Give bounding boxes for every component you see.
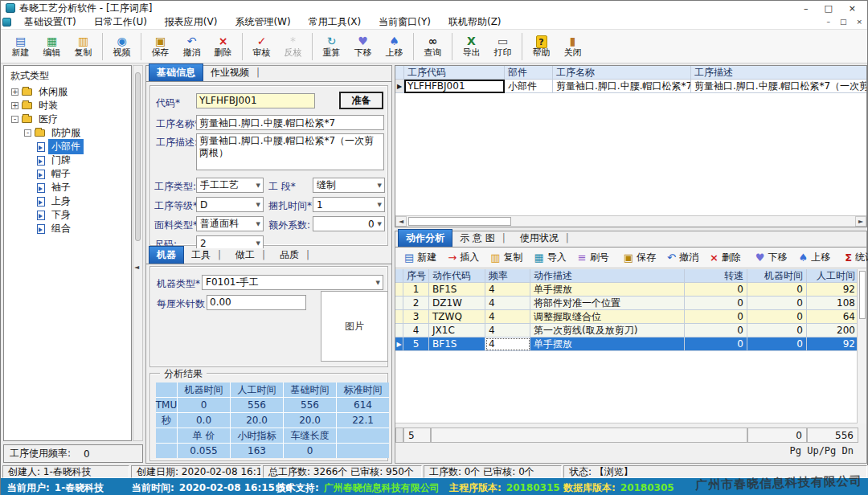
action-cell[interactable]: 4 xyxy=(403,324,429,338)
toolbar-button-del[interactable]: ×删除 xyxy=(207,31,239,62)
action-cell[interactable]: 4 xyxy=(485,324,530,338)
tab-1[interactable]: 作业视频 xyxy=(203,64,267,81)
action-table-row[interactable]: 2DZ1W4将部件对准一个位置00108 xyxy=(395,297,858,310)
toolbar-button-down[interactable]: ♥下移 xyxy=(347,31,379,62)
tree-expander-icon[interactable]: - xyxy=(24,129,31,137)
form-select-4[interactable]: 普通面料▼ xyxy=(196,216,264,231)
horizontal-scrollbar[interactable]: ◄ ► xyxy=(395,215,866,227)
action-cell[interactable]: 0 xyxy=(685,310,747,324)
tree-item[interactable]: -防护服 xyxy=(4,126,131,140)
action-cell[interactable]: JX1C xyxy=(429,324,485,338)
tab-0[interactable]: 机器 xyxy=(149,246,184,264)
mdi-close-icon[interactable]: × xyxy=(856,18,862,26)
form-select-2[interactable]: D▼ xyxy=(196,197,264,212)
scroll-left-icon[interactable]: ◄ xyxy=(395,216,407,227)
toolbar-button-help[interactable]: ?帮助 xyxy=(526,31,557,62)
tab-3[interactable]: 品质 xyxy=(272,247,317,264)
form-select-1[interactable]: 缝制▼ xyxy=(313,178,385,193)
action-cell[interactable]: 3 xyxy=(403,310,429,324)
tree-item[interactable]: 组合 xyxy=(4,222,131,235)
action-cell[interactable]: 0 xyxy=(685,324,747,338)
action-table-row[interactable]: ▶5BF1S4单手摆放0092 xyxy=(395,338,858,351)
tree-item[interactable]: +休闲服 xyxy=(4,85,131,99)
tab-1[interactable]: 示 意 图 xyxy=(452,230,513,247)
toolbar-button-edit[interactable]: ▦编辑 xyxy=(36,31,68,62)
tree-item[interactable]: 袖子 xyxy=(4,181,131,194)
action-cell[interactable]: 单手摆放 xyxy=(530,283,685,297)
action-cell[interactable]: 0 xyxy=(747,297,807,310)
mdi-child-icon[interactable] xyxy=(2,18,11,27)
tree-item[interactable]: 小部件 xyxy=(4,140,131,153)
toolbar-button-video[interactable]: ◉视频 xyxy=(106,31,137,62)
process-cell[interactable]: 剪量袖口.脚口.中腰.帽口松紧*7 xyxy=(553,80,691,93)
mdi-minimize-icon[interactable]: – xyxy=(826,18,830,26)
action-cell[interactable]: 92 xyxy=(807,283,858,297)
action-cell[interactable]: 0 xyxy=(685,338,747,351)
process-cell[interactable]: 小部件 xyxy=(505,80,553,93)
tree-item[interactable]: +时装 xyxy=(4,99,131,112)
tree-expander-icon[interactable]: - xyxy=(11,116,18,123)
tab-1[interactable]: 工具 xyxy=(184,247,228,264)
close-icon[interactable]: × xyxy=(849,4,856,13)
action-cell[interactable]: 第一次剪线(取及放剪刀) xyxy=(530,324,685,338)
action-cell[interactable]: 200 xyxy=(807,324,858,338)
toolbar-button-print[interactable]: ▭打印 xyxy=(487,31,518,62)
toolbar-button-unaudit[interactable]: *反核 xyxy=(277,31,309,62)
action-toolbar-button-down[interactable]: ♥下移 xyxy=(750,249,793,267)
menu-item[interactable]: 联机帮助(Z) xyxy=(440,15,510,29)
action-toolbar-button-stats[interactable]: Σ统计 xyxy=(839,249,868,267)
tree-expander-icon[interactable]: + xyxy=(11,102,18,109)
ready-button[interactable]: 准备 xyxy=(339,92,383,109)
tree-item[interactable]: -医疗 xyxy=(4,112,131,126)
action-cell[interactable]: 将部件对准一个位置 xyxy=(530,297,685,310)
action-cell[interactable]: 调整握取缝合位 xyxy=(530,310,685,324)
action-cell[interactable]: 64 xyxy=(807,310,858,324)
collapse-left-icon[interactable]: ◄ xyxy=(134,264,139,271)
toolbar-button-save[interactable]: ▣保存 xyxy=(145,31,176,62)
action-cell[interactable]: 0 xyxy=(747,324,807,338)
action-toolbar-button-copy[interactable]: ▥复制 xyxy=(485,249,528,267)
code-input[interactable]: YLFHFBJ001 xyxy=(196,93,315,108)
action-toolbar-button-import[interactable]: ▦导入 xyxy=(529,249,572,267)
tree-expander-icon[interactable]: + xyxy=(11,88,18,96)
scroll-right-icon[interactable]: ► xyxy=(855,216,866,227)
action-toolbar-button-undo[interactable]: ↶撤消 xyxy=(661,249,704,267)
process-name-input[interactable]: 剪量袖口.脚口.中腰.帽口松紧*7 xyxy=(196,115,384,130)
process-cell[interactable]: 剪量袖口.脚口.中腰.帽口松紧*7（一次剪两根） xyxy=(691,80,867,93)
tab-2[interactable]: 做工 xyxy=(228,247,272,264)
action-cell[interactable]: 4 xyxy=(485,283,530,297)
action-vertical-scrollbar[interactable] xyxy=(857,269,866,423)
menu-item[interactable]: 基础设置(T) xyxy=(15,15,85,29)
toolbar-button-up[interactable]: ♠上移 xyxy=(379,31,410,62)
action-cell[interactable]: 4 xyxy=(485,338,530,351)
action-cell[interactable]: 单手摆放 xyxy=(530,338,685,351)
menu-item[interactable]: 系统管理(W) xyxy=(226,15,299,29)
action-table-row[interactable]: 1BF1S4单手摆放0092 xyxy=(395,283,858,297)
form-select-0[interactable]: 手工工艺▼ xyxy=(196,178,264,193)
tab-0[interactable]: 动作分析 xyxy=(398,229,452,247)
action-cell[interactable]: 5 xyxy=(403,338,429,351)
action-cell[interactable]: BF1S xyxy=(429,283,485,297)
action-cell[interactable]: 0 xyxy=(685,283,747,297)
process-table-row[interactable]: ▶YLFHFBJ001小部件剪量袖口.脚口.中腰.帽口松紧*7剪量袖口.脚口.中… xyxy=(395,80,866,93)
restore-icon[interactable]: □ xyxy=(824,4,832,13)
toolbar-button-audit[interactable]: ✓审核 xyxy=(246,31,277,62)
menu-item[interactable]: 日常工作(U) xyxy=(85,15,156,29)
toolbar-button-export[interactable]: X导出 xyxy=(456,31,487,62)
action-toolbar-button-up[interactable]: ♠上移 xyxy=(792,249,836,267)
action-cell[interactable]: TZWQ xyxy=(429,310,485,324)
action-toolbar-button-new[interactable]: ▤新建 xyxy=(399,249,442,267)
action-cell[interactable]: 92 xyxy=(807,338,858,351)
action-cell[interactable]: 0 xyxy=(685,297,747,310)
action-cell[interactable]: DZ1W xyxy=(429,297,485,310)
tab-2[interactable]: 使用状况 xyxy=(513,230,576,247)
action-cell[interactable]: 0 xyxy=(747,310,807,324)
action-toolbar-button-del[interactable]: ×删除 xyxy=(704,249,747,267)
action-cell[interactable]: 4 xyxy=(485,297,530,310)
stitch-count-input[interactable]: 0.00 xyxy=(207,295,306,310)
menu-item[interactable]: 报表应用(V) xyxy=(156,15,227,29)
action-cell[interactable]: 1 xyxy=(403,283,429,297)
menu-item[interactable]: 当前窗口(Y) xyxy=(370,15,440,29)
action-toolbar-button-save[interactable]: ▣保存 xyxy=(618,249,661,267)
action-table-row[interactable]: 3TZWQ4调整握取缝合位0064 xyxy=(395,310,858,324)
